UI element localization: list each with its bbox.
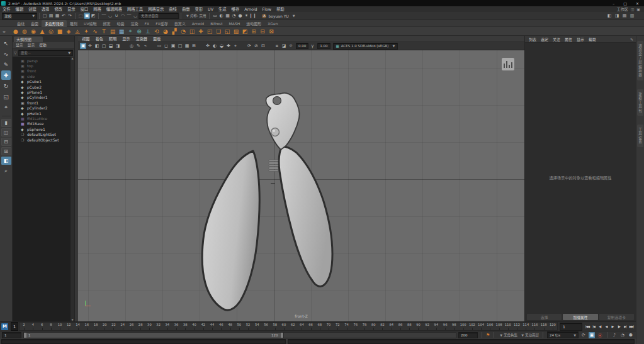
menu-item[interactable]: 窗口 [78,6,91,12]
file-icon[interactable]: ▢ [42,13,48,19]
snap-icon[interactable]: ∪ [113,13,120,19]
filter-icon[interactable]: ▽ [14,50,17,55]
playback-button[interactable]: ▶▶| [628,323,635,330]
viewport-toolbar-icon[interactable]: ◨ [115,43,121,49]
viewport-toolbar-icon[interactable]: ▣ [80,43,86,49]
snap-icon[interactable]: ◡ [107,13,113,19]
viewport-toolbar-icon[interactable]: ⊡ [260,43,266,49]
file-icon[interactable]: ▦ [54,13,60,19]
outliner-item[interactable]: ◆ pCube1 [13,79,74,84]
shelf-tool-icon[interactable]: ◉ [30,28,37,35]
viewport-menu-item[interactable]: 视图 [82,36,89,42]
animation-start-field[interactable]: 1 [2,332,21,338]
viewport-menu-item[interactable]: 面板 [153,36,161,42]
anim-layer-dropdown[interactable]: ▼无动画层 [519,333,539,338]
ui-toggle-icon[interactable]: ◧ [606,13,613,19]
file-icon[interactable]: ↶ [60,13,67,19]
gamma-icon[interactable]: γ [309,43,315,49]
viewport-toolbar-icon[interactable]: ◪ [281,43,287,49]
menu-item[interactable]: 选择 [39,6,52,12]
character-set-dropdown[interactable]: ▼无角色集 [498,333,517,338]
shelf-tab[interactable]: MASH [226,21,244,26]
shelf-menu-icon[interactable]: ◂▸ [3,30,6,33]
exposure-icon[interactable]: ☼ [288,43,294,49]
shelf-tab[interactable]: FX [142,21,153,26]
viewport-toolbar-icon[interactable]: ◒ [218,43,225,49]
viewport-toolbar-icon[interactable]: ⟳ [246,43,252,49]
menu-item[interactable]: 生成 [216,6,229,12]
symmetry-dropdown[interactable]: ▼对称: 禁用 [183,13,207,18]
shelf-tool-icon[interactable]: ◫ [188,28,196,35]
shelf-tool-icon[interactable]: ◱ [223,28,231,35]
shelf-tool-icon[interactable]: ◩ [241,28,249,35]
playback-button[interactable]: |◀ [590,323,597,330]
model-nail-clippers[interactable] [78,50,524,322]
attribute-editor-menu-item[interactable]: 显示 [577,36,584,42]
snap-keys-icon[interactable]: ⚉ [628,332,634,338]
sidebar-vertical-tab[interactable]: 通道盒/层编辑器 [637,41,643,80]
viewport-toolbar-icon[interactable]: ⌖ [232,43,239,49]
ui-toggle-icon[interactable]: ▥ [629,13,635,19]
tool-icon[interactable]: ✚ [1,70,11,80]
selection-mode-icon[interactable]: ▣ [84,13,90,19]
shelf-tool-icon[interactable]: ⊥ [144,28,152,35]
playback-button[interactable]: |▶ [616,323,622,330]
shelf-tab[interactable]: 多边形建模 [42,20,67,27]
attribute-editor-button[interactable]: 选择 [527,314,562,320]
menu-item[interactable]: 文件 [0,6,13,12]
shelf-tool-icon[interactable]: ◔ [179,28,187,35]
outliner-item[interactable]: ▦ ffd1Base [13,121,74,126]
playback-button[interactable]: ▶| [622,323,628,330]
workspace-grid-icon[interactable]: ◫ [631,7,635,11]
menu-item[interactable]: 缓存 [229,6,242,12]
ui-toggle-icon[interactable]: ◨ [614,13,620,19]
attribute-editor-menu-item[interactable]: 选定 [541,36,548,42]
viewport-menu-item[interactable]: 渲染器 [136,36,148,42]
gamma-field[interactable]: 1.00 [317,43,330,49]
shelf-tool-icon[interactable]: ◍ [21,28,28,35]
playback-loop-icon[interactable]: ⟳ [580,332,587,338]
outliner-item[interactable]: ▦ ffd1Lattice [13,116,74,121]
playback-button[interactable]: ◀ [603,323,609,330]
outliner-menu-item[interactable]: 显示 [28,42,35,48]
attribute-editor-button[interactable]: 复制选项卡 [599,314,634,320]
menu-item[interactable]: 修改 [52,6,65,12]
viewport-canvas[interactable]: front-Z [78,50,524,322]
shelf-tool-icon[interactable]: ∿ [91,28,99,35]
command-line-input[interactable] [1,339,286,344]
animation-prefs-icon[interactable]: ▣ [589,332,595,338]
shelf-tool-icon[interactable]: ◈ [65,28,72,35]
shelf-tool-icon[interactable]: ⊕ [135,28,143,35]
viewport-toolbar-icon[interactable]: ▢ [101,43,107,49]
range-slider-track[interactable]: 1 120 [23,332,456,338]
menu-item[interactable]: 创建 [26,6,39,12]
tool-icon[interactable]: ✎ [1,60,11,69]
shelf-tab[interactable]: 曲面 [28,20,42,27]
snap-icon[interactable]: ⌒ [101,13,107,19]
file-icon[interactable]: ↷ [67,13,73,19]
tool-icon[interactable]: ◱ [1,92,11,101]
outliner-item[interactable]: ◆ pHelix1 [13,111,74,116]
menu-set-dropdown[interactable]: 建模 ▼ [2,13,37,19]
outliner-item[interactable]: ▣ front [13,69,74,74]
shelf-tool-icon[interactable]: ▞ [171,28,178,35]
time-display-icon[interactable]: ◔ [619,332,626,338]
viewport-toolbar-icon[interactable]: ▦ [184,43,190,49]
viewport-toolbar-icon[interactable] [239,43,246,49]
layout-preset-button[interactable]: ▮ [1,119,11,127]
layout-preset-button[interactable]: ◧ [1,157,11,165]
attribute-editor-menu-item[interactable]: 属性 [565,36,572,42]
close-button[interactable]: ✕ [636,1,639,6]
shelf-tool-icon[interactable]: ◬ [74,28,81,35]
shelf-tool-icon[interactable]: ⊠ [268,28,275,35]
menu-item[interactable]: 帮助 [274,6,287,12]
menu-item[interactable]: 网格显示 [145,6,166,12]
playback-button[interactable]: |◀◀ [584,323,590,330]
shelf-tool-icon[interactable]: ● [12,28,20,35]
viewport-toolbar-icon[interactable]: ⧈ [274,43,280,49]
layout-preset-button[interactable]: ◫ [1,128,11,136]
outliner-item[interactable]: ◆ pCube2 [13,84,74,89]
shelf-tab[interactable]: Bifrost [207,21,225,26]
menu-item[interactable]: 网格工具 [125,6,145,12]
outliner-item[interactable]: ❍ defaultObjectSet [13,137,74,142]
